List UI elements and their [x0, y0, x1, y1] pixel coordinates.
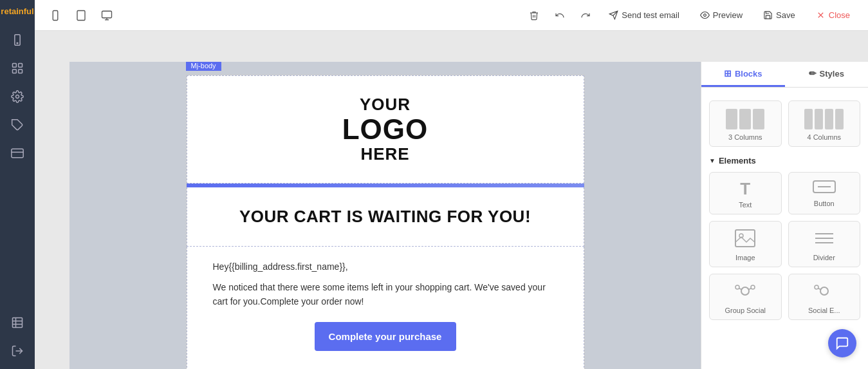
divider-label: Divider [813, 254, 835, 261]
preview-button[interactable]: Preview [692, 6, 750, 24]
3-columns-icon [726, 109, 764, 129]
svg-rect-4 [13, 69, 17, 73]
element-divider[interactable]: Divider [788, 221, 861, 267]
brand-logo: retainful [0, 6, 37, 17]
button-icon [813, 180, 836, 196]
email-cta-button[interactable]: Complete your purchase [315, 322, 456, 351]
element-text[interactable]: T Text [709, 172, 782, 214]
email-logo: YOUR LOGO HERE [342, 95, 429, 164]
social-e-icon [814, 282, 835, 303]
delete-button[interactable] [524, 5, 544, 26]
desktop-device-button[interactable] [97, 5, 117, 26]
svg-rect-3 [19, 63, 23, 67]
group-social-label: Group Social [725, 307, 766, 314]
svg-rect-19 [102, 11, 112, 18]
sidebar-item-logout[interactable] [6, 339, 29, 363]
mj-body-label: Mj-body [186, 62, 221, 71]
sidebar-item-mobile[interactable] [6, 28, 29, 52]
elements-section-header[interactable]: ▼ Elements [709, 156, 860, 166]
tablet-device-button[interactable] [71, 5, 91, 26]
svg-point-1 [17, 43, 18, 44]
email-body-paragraph: We noticed that there were some items le… [213, 280, 558, 309]
email-headline: YOUR CART IS WAITING FOR YOU! [213, 207, 558, 227]
email-body-section[interactable]: Hey{{billing_address.first_name}}, We no… [187, 247, 584, 369]
redo-button[interactable] [575, 5, 596, 26]
save-button[interactable]: Save [755, 6, 803, 24]
text-label: Text [739, 201, 752, 209]
sidebar-item-apps[interactable] [6, 57, 29, 80]
right-panel-tabs: ⊞ Blocks ✏ Styles [701, 62, 868, 88]
text-icon: T [740, 180, 750, 197]
social-e-label: Social E... [808, 307, 840, 314]
columns-grid: 3 Columns 4 Columns [709, 100, 860, 147]
svg-rect-15 [53, 10, 58, 20]
block-3-columns[interactable]: 3 Columns [709, 100, 782, 147]
left-sidebar: retainful [0, 0, 35, 369]
email-greeting: Hey{{billing_address.first_name}}, [213, 260, 558, 274]
svg-rect-2 [13, 63, 17, 67]
svg-rect-8 [12, 149, 23, 157]
element-social-e[interactable]: Social E... [788, 274, 861, 320]
3-columns-label: 3 Columns [728, 133, 762, 141]
styles-tab-icon: ✏ [809, 68, 817, 79]
svg-point-24 [703, 14, 706, 17]
svg-point-39 [820, 287, 828, 295]
svg-rect-29 [735, 230, 755, 247]
svg-point-6 [16, 95, 19, 98]
elements-collapse-arrow: ▼ [709, 157, 716, 164]
main-editor-area: Mj-body YOUR LOGO HERE YOUR CART IS WAIT… [69, 62, 701, 369]
svg-point-40 [815, 285, 818, 289]
svg-point-34 [741, 287, 749, 295]
elements-section-title: Elements [719, 156, 756, 166]
email-logo-section[interactable]: YOUR LOGO HERE [187, 75, 584, 184]
sidebar-item-table[interactable] [6, 311, 29, 334]
image-label: Image [735, 254, 755, 261]
undo-button[interactable] [549, 5, 570, 26]
mobile-device-button[interactable] [45, 5, 66, 26]
sidebar-item-payment[interactable] [6, 142, 29, 165]
element-image[interactable]: Image [709, 221, 782, 267]
email-headline-section[interactable]: YOUR CART IS WAITING FOR YOU! [187, 187, 584, 247]
close-button[interactable]: Close [808, 6, 858, 24]
elements-grid: T Text Button Image Divider [709, 172, 860, 320]
right-panel-content: 3 Columns 4 Columns ▼ Elements T Text [701, 88, 868, 369]
svg-rect-10 [13, 318, 23, 328]
image-icon [735, 229, 755, 250]
sidebar-item-tag[interactable] [6, 113, 29, 137]
email-canvas: YOUR LOGO HERE YOUR CART IS WAITING FOR … [186, 75, 585, 369]
top-toolbar: Send test email Preview Save Close [35, 0, 868, 31]
blocks-tab-icon: ⊞ [724, 68, 732, 79]
send-test-email-button[interactable]: Send test email [601, 6, 687, 24]
svg-rect-5 [19, 69, 23, 73]
right-panel: ⊞ Blocks ✏ Styles 3 Columns [701, 62, 868, 369]
element-button[interactable]: Button [788, 172, 861, 214]
element-group-social[interactable]: Group Social [709, 274, 782, 320]
tab-styles[interactable]: ✏ Styles [785, 62, 869, 87]
block-4-columns[interactable]: 4 Columns [788, 100, 861, 147]
4-columns-label: 4 Columns [807, 133, 841, 141]
chat-bubble[interactable] [828, 329, 856, 357]
button-label: Button [814, 200, 835, 207]
tab-blocks[interactable]: ⊞ Blocks [701, 62, 785, 87]
4-columns-icon [804, 109, 844, 129]
sidebar-item-settings[interactable] [6, 85, 29, 108]
divider-icon [813, 229, 836, 250]
group-social-icon [735, 282, 755, 303]
svg-point-35 [735, 285, 739, 289]
svg-rect-17 [77, 10, 85, 20]
svg-point-36 [751, 285, 755, 289]
